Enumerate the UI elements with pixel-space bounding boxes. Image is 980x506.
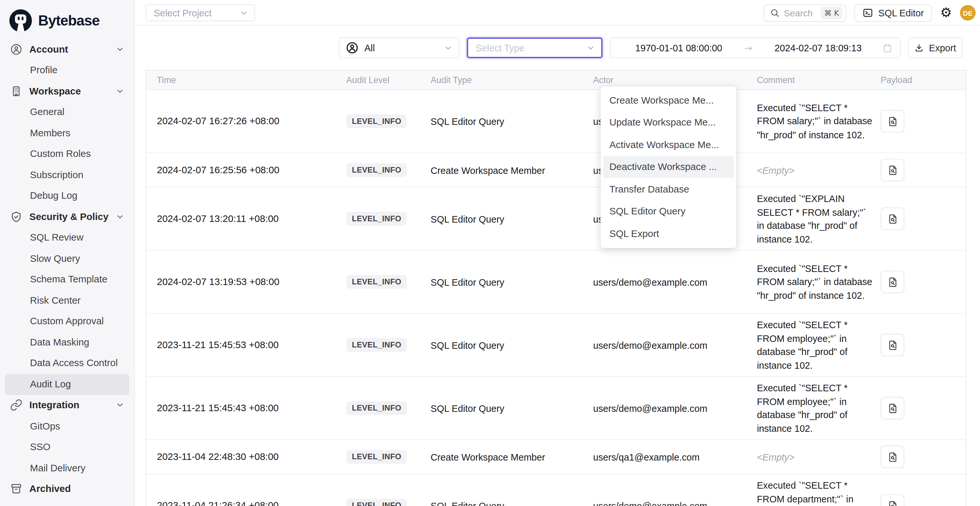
table-row: 2024-02-07 16:27:26 +08:00LEVEL_INFOSQL … (146, 90, 966, 153)
gear-icon[interactable]: ⚙ (940, 6, 952, 19)
sidebar-item-slow-query[interactable]: Slow Query (0, 248, 134, 269)
sidebar-section-account[interactable]: Account (0, 39, 134, 60)
cell-time: 2023-11-21 15:45:53 +08:00 (146, 314, 346, 376)
menu-item-create-workspace-me[interactable]: Create Workspace Me... (603, 89, 734, 111)
search-icon (770, 8, 780, 18)
chevron-down-icon (586, 43, 595, 52)
sidebar-item-mail-delivery[interactable]: Mail Delivery (0, 458, 134, 479)
sidebar-item-label: Debug Log (30, 185, 134, 206)
audit-level-badge: LEVEL_INFO (346, 212, 407, 226)
payload-view-button[interactable] (881, 159, 905, 181)
comment-value: Executed `"SELECT * FROM department;"` i… (757, 479, 873, 506)
cell-time: 2023-11-04 22:48:30 +08:00 (146, 440, 346, 474)
cell-audit-type: SQL Editor Query (431, 251, 593, 313)
sidebar-item-label: SSO (30, 437, 134, 458)
cell-actor: users/demo@example.com (593, 251, 757, 313)
sidebar-item-risk-center[interactable]: Risk Center (0, 290, 134, 311)
file-search-icon (886, 164, 898, 176)
file-search-icon (886, 451, 898, 463)
sidebar-section-integration[interactable]: Integration (0, 395, 134, 415)
cell-audit-type: SQL Editor Query (431, 474, 593, 506)
sidebar-item-general[interactable]: General (0, 102, 134, 123)
payload-view-button[interactable] (881, 334, 905, 356)
sidebar-item-schema-template[interactable]: Schema Template (0, 269, 134, 290)
menu-item-transfer-database[interactable]: Transfer Database (603, 178, 734, 200)
cell-comment: Executed `"EXPLAIN SELECT * FROM salary;… (757, 188, 878, 250)
menu-item-sql-editor-query[interactable]: SQL Editor Query (603, 200, 734, 223)
menu-item-activate-workspace-me[interactable]: Activate Workspace Me... (603, 134, 734, 156)
sidebar-item-label: Slow Query (30, 248, 134, 269)
cell-comment: <Empty> (757, 440, 878, 474)
payload-view-button[interactable] (881, 397, 905, 419)
export-label: Export (929, 43, 956, 53)
menu-item-deactivate-workspace[interactable]: Deactivate Workspace ... (603, 156, 734, 178)
sidebar-item-custom-approval[interactable]: Custom Approval (0, 311, 134, 332)
export-button[interactable]: Export (908, 38, 963, 58)
sidebar-item-audit-log[interactable]: Audit Log (0, 374, 134, 395)
sidebar-item-sso[interactable]: SSO (0, 437, 134, 458)
payload-view-button[interactable] (881, 446, 905, 468)
sql-editor-button[interactable]: SQL Editor (854, 4, 932, 22)
sidebar-item-label: Data Masking (30, 332, 134, 353)
sidebar-section-archived[interactable]: Archived (0, 479, 134, 500)
comment-value: Executed `"SELECT * FROM employee;"` in … (757, 318, 873, 372)
calendar-icon[interactable] (883, 43, 893, 53)
sidebar-item-label: General (30, 102, 134, 123)
payload-view-button[interactable] (881, 271, 905, 293)
payload-view-button[interactable] (881, 208, 905, 230)
sidebar-item-gitops[interactable]: GitOps (0, 415, 134, 436)
time-value: 2024-02-07 13:19:53 +08:00 (157, 276, 280, 287)
user-circle-icon (345, 41, 359, 54)
audit-level-badge: LEVEL_INFO (346, 275, 407, 289)
search-shortcut-badge: ⌘ K (821, 6, 843, 19)
sidebar-item-sql-review[interactable]: SQL Review (0, 227, 134, 248)
cell-audit-level: LEVEL_INFO (346, 314, 431, 376)
audit-log-table: TimeAudit LevelAudit TypeActorCommentPay… (145, 70, 966, 506)
building-icon (10, 85, 22, 97)
comment-value: Executed `"EXPLAIN SELECT * FROM salary;… (757, 192, 873, 245)
sidebar-item-profile[interactable]: Profile (0, 60, 134, 81)
sidebar-item-subscription[interactable]: Subscription (0, 164, 134, 185)
actor-filter-value: All (364, 43, 438, 53)
project-select[interactable]: Select Project (145, 4, 255, 21)
comment-empty-value: <Empty> (757, 165, 794, 175)
file-search-icon (886, 339, 898, 351)
cell-time: 2024-02-07 13:20:11 +08:00 (146, 188, 346, 250)
sidebar-section-workspace[interactable]: Workspace (0, 81, 134, 102)
date-range-picker[interactable]: 1970-01-01 08:00:00 → 2024-02-07 18:09:1… (610, 38, 900, 58)
payload-view-button[interactable] (881, 110, 905, 133)
sidebar-item-data-access-control[interactable]: Data Access Control (0, 353, 134, 374)
table-row: 2024-02-07 13:20:11 +08:00LEVEL_INFOSQL … (146, 188, 966, 251)
sidebar-item-label: Custom Approval (30, 311, 134, 332)
column-header-comment: Comment (757, 75, 878, 85)
sidebar-item-members[interactable]: Members (0, 123, 134, 143)
payload-view-button[interactable] (881, 494, 905, 506)
avatar[interactable]: DE (960, 5, 976, 21)
sidebar-item-debug-log[interactable]: Debug Log (0, 185, 134, 206)
sidebar-item-data-masking[interactable]: Data Masking (0, 332, 134, 353)
brand-logo[interactable]: Bytebase (0, 0, 134, 35)
date-range-start: 1970-01-01 08:00:00 (619, 43, 738, 53)
sidebar-item-label: Mail Delivery (30, 458, 134, 479)
menu-item-sql-export[interactable]: SQL Export (603, 223, 734, 245)
sidebar-section-label: Security & Policy (29, 211, 108, 222)
type-filter-select[interactable]: Select Type (467, 38, 603, 58)
actor-filter-select[interactable]: All (339, 38, 459, 58)
search-input[interactable]: Search ⌘ K (764, 4, 846, 22)
topbar: Select Project Search ⌘ K SQL Editor ⚙ D… (135, 0, 980, 25)
sidebar-section-security-policy[interactable]: Security & Policy (0, 206, 134, 227)
sidebar-section-label: Archived (29, 483, 71, 494)
download-icon (915, 43, 924, 53)
cell-actor: users/demo@example.com (593, 474, 757, 506)
cell-time: 2023-11-21 15:45:43 +08:00 (146, 377, 346, 439)
cell-actor: users/qa1@example.com (593, 440, 757, 474)
cell-comment: <Empty> (757, 153, 878, 187)
menu-item-update-workspace-me[interactable]: Update Workspace Me... (603, 111, 734, 134)
sidebar-item-custom-roles[interactable]: Custom Roles (0, 143, 134, 164)
cell-time: 2024-02-07 16:27:26 +08:00 (146, 90, 346, 152)
cell-payload (878, 377, 966, 439)
table-row: 2023-11-04 21:26:34 +08:00LEVEL_INFOSQL … (146, 474, 966, 506)
sidebar-item-label: Profile (30, 60, 134, 81)
actor-value: users/qa1@example.com (593, 452, 700, 462)
cell-payload (878, 251, 966, 313)
